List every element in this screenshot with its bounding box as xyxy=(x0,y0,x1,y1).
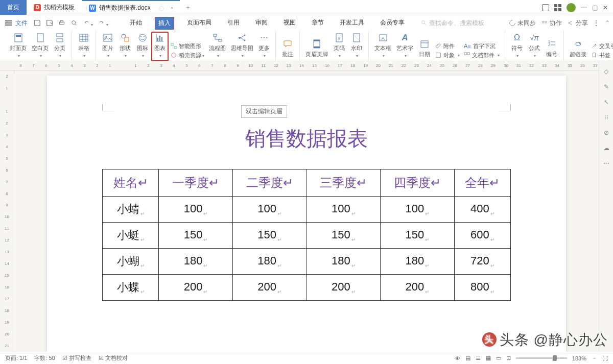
table-cell[interactable]: 200↵ xyxy=(306,275,381,301)
tab-home[interactable]: 首页 xyxy=(0,0,27,15)
table-cell[interactable]: 150↵ xyxy=(306,223,381,249)
file-menu[interactable]: 文件 xyxy=(15,19,28,28)
menu-vip[interactable]: 会员专享 xyxy=(377,17,408,30)
side-settings-icon[interactable]: ⁝⁝ xyxy=(602,113,610,122)
document-title[interactable]: 销售数据报表 xyxy=(102,125,511,153)
zoom-out-icon[interactable]: － xyxy=(592,354,597,362)
status-view-print-icon[interactable]: ▤ xyxy=(465,355,470,361)
side-select-icon[interactable]: ↖ xyxy=(602,98,610,106)
table-row[interactable]: 小蜓↵150↵150↵150↵150↵600↵ xyxy=(103,223,511,249)
side-help-icon[interactable]: ⊘ xyxy=(602,129,610,137)
app-grid-icon[interactable] xyxy=(554,4,561,11)
menu-devtools[interactable]: 开发工具 xyxy=(337,17,367,30)
numbering-button[interactable]: 12编号 xyxy=(543,38,560,61)
table-cell[interactable]: 200↵ xyxy=(232,275,306,301)
table-cell[interactable]: 400↵ xyxy=(454,197,510,223)
table-header[interactable]: 全年↵ xyxy=(454,169,510,197)
hyperlink-button[interactable]: 超链接 xyxy=(567,38,589,61)
page-break-button[interactable]: 分页 xyxy=(51,32,68,61)
daoke-resource-button[interactable]: 稻壳资源 xyxy=(171,52,204,59)
side-toolbox-icon[interactable]: ◇ xyxy=(602,67,610,76)
add-tab-button[interactable]: ＋ xyxy=(180,0,196,15)
header-edit-tip[interactable]: 双击编辑页眉 xyxy=(241,105,287,118)
equation-button[interactable]: √π公式 xyxy=(526,32,543,61)
icons-button[interactable]: 图标 xyxy=(134,32,151,61)
table-cell[interactable]: 180↵ xyxy=(232,249,306,275)
menu-references[interactable]: 引用 xyxy=(224,17,243,30)
zoom-value[interactable]: 183% xyxy=(572,355,586,361)
table-cell[interactable]: 小蝶↵ xyxy=(103,275,159,301)
menu-sections[interactable]: 章节 xyxy=(309,17,327,30)
table-header[interactable]: 一季度↵ xyxy=(159,169,233,197)
table-cell[interactable]: 600↵ xyxy=(454,223,510,249)
menu-start[interactable]: 开始 xyxy=(127,17,145,30)
table-header[interactable]: 四季度↵ xyxy=(381,169,455,197)
qat-print-icon[interactable] xyxy=(58,19,65,27)
smartart-button[interactable]: 智能图形 xyxy=(171,42,204,50)
table-cell[interactable]: 100↵ xyxy=(232,197,306,223)
horizontal-ruler[interactable]: 8765432112345678910111213141516171819202… xyxy=(0,61,613,70)
status-view-web-icon[interactable]: ▦ xyxy=(486,355,491,361)
status-proofread[interactable]: ☑ 文档校对 xyxy=(99,354,128,362)
save-indicator-icon[interactable]: ◌ xyxy=(159,5,164,12)
qat-preview-icon[interactable] xyxy=(70,19,78,27)
side-pencil-icon[interactable]: ✎ xyxy=(602,83,610,91)
textbox-button[interactable]: A文本框 xyxy=(372,32,394,61)
header-footer-button[interactable]: 页眉页脚 xyxy=(303,38,331,61)
status-eye-icon[interactable]: 👁 xyxy=(455,355,460,361)
table-cell[interactable]: 720↵ xyxy=(454,249,510,275)
page-number-button[interactable]: #页码 xyxy=(331,32,348,61)
table-row[interactable]: 小蝶↵200↵200↵200↵200↵800↵ xyxy=(103,275,511,301)
ribbon-collapse-icon[interactable]: ⌃ xyxy=(605,19,610,27)
shapes-button[interactable]: 形状 xyxy=(116,32,134,61)
watermark-button[interactable]: 水印 xyxy=(348,32,365,61)
status-spellcheck[interactable]: ☑ 拼写检查 xyxy=(62,354,91,362)
qat-saveas-icon[interactable] xyxy=(46,19,53,27)
attachment-button[interactable]: 附件 xyxy=(435,42,460,50)
table-cell[interactable]: 150↵ xyxy=(159,223,233,249)
status-view-outline-icon[interactable]: ☰ xyxy=(476,355,481,361)
menu-layout[interactable]: 页面布局 xyxy=(184,17,215,30)
side-more-icon[interactable]: ⋯ xyxy=(602,159,610,167)
fullscreen-icon[interactable]: ⛶ xyxy=(602,355,608,361)
collaborate-button[interactable]: 协作 xyxy=(541,19,562,28)
table-cell[interactable]: 100↵ xyxy=(381,197,455,223)
hamburger-menu[interactable] xyxy=(5,20,12,26)
crossref-button[interactable]: 交叉引用 xyxy=(591,42,613,50)
table-header[interactable]: 三季度↵ xyxy=(306,169,381,197)
tab-document[interactable]: W 销售数据报表.docx ◌ • xyxy=(82,0,180,15)
dropcap-button[interactable]: A≡首字下沉 xyxy=(464,42,500,50)
symbol-button[interactable]: Ω符号 xyxy=(508,32,526,61)
user-avatar[interactable] xyxy=(567,3,576,12)
workspace-icon[interactable] xyxy=(542,4,549,11)
comment-button[interactable]: 批注 xyxy=(279,38,296,61)
data-table[interactable]: 姓名↵一季度↵二季度↵三季度↵四季度↵全年↵ 小蜻↵100↵100↵100↵10… xyxy=(102,169,511,301)
flowchart-button[interactable]: 流程图 xyxy=(206,32,228,61)
zoom-slider[interactable] xyxy=(516,357,567,359)
table-cell[interactable]: 100↵ xyxy=(306,197,381,223)
close-tab-icon[interactable]: • xyxy=(171,5,173,11)
qat-undo-icon[interactable] xyxy=(83,19,93,28)
qat-redo-icon[interactable] xyxy=(98,19,108,28)
menu-review[interactable]: 审阅 xyxy=(252,17,271,30)
table-cell[interactable]: 小蜓↵ xyxy=(103,223,159,249)
more-insert-button[interactable]: ⋯更多 xyxy=(256,32,272,61)
table-cell[interactable]: 150↵ xyxy=(232,223,306,249)
zoom-fit-icon[interactable]: ⊡ xyxy=(506,355,511,361)
table-button[interactable]: 表格 xyxy=(75,32,92,61)
qat-save-icon[interactable] xyxy=(34,19,41,27)
chart-button[interactable]: 图表 xyxy=(151,32,169,61)
window-maximize-icon[interactable]: ▢ xyxy=(592,4,598,11)
table-row[interactable]: 小蜻↵100↵100↵100↵100↵400↵ xyxy=(103,197,511,223)
wordart-button[interactable]: A艺术字 xyxy=(394,32,416,61)
blank-page-button[interactable]: 空白页 xyxy=(29,32,51,61)
menu-view[interactable]: 视图 xyxy=(280,17,299,30)
table-cell[interactable]: 小蜻↵ xyxy=(103,197,159,223)
side-cloud-icon[interactable]: ☁ xyxy=(602,144,610,152)
date-button[interactable]: 日期 xyxy=(416,38,433,61)
vertical-ruler[interactable]: 21123456789101112131415161718192021 xyxy=(0,70,14,352)
table-cell[interactable]: 800↵ xyxy=(454,275,510,301)
table-cell[interactable]: 200↵ xyxy=(159,275,233,301)
status-wordcount[interactable]: 字数: 50 xyxy=(34,354,55,362)
table-header[interactable]: 二季度↵ xyxy=(232,169,306,197)
